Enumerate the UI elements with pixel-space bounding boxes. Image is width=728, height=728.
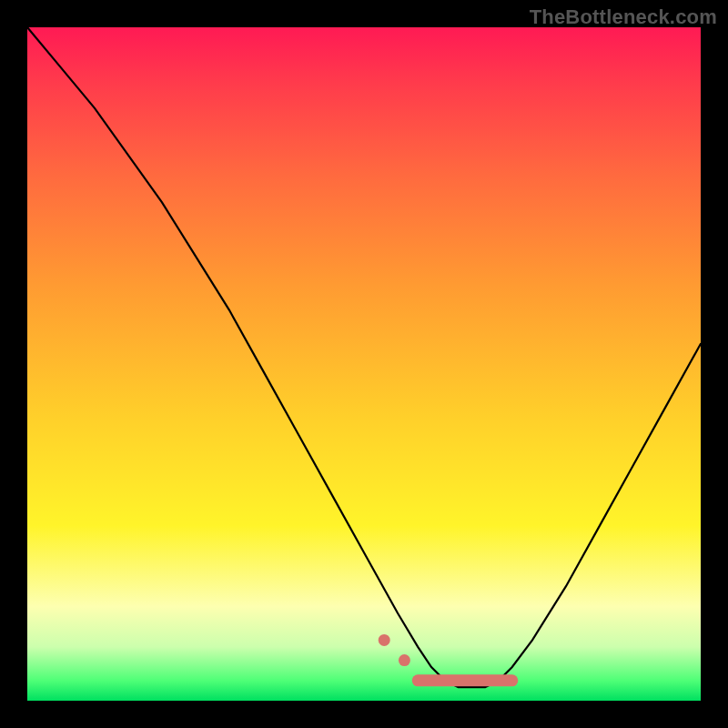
watermark-text: TheBottleneck.com <box>530 5 717 29</box>
highlight-dot <box>399 654 410 666</box>
chart-frame: TheBottleneck.com <box>0 0 728 728</box>
plot-area <box>27 27 701 701</box>
bottleneck-curve <box>27 27 701 687</box>
highlight-dot <box>379 634 390 646</box>
curve-svg <box>27 27 701 701</box>
